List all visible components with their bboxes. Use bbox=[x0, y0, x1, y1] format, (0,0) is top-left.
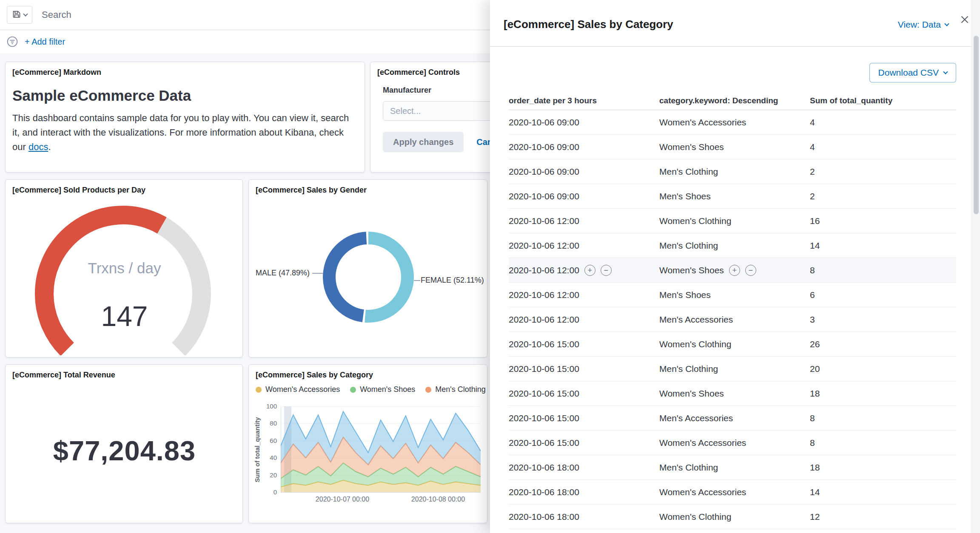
table-cell: 18 bbox=[810, 462, 956, 473]
table-cell: Men's Clothing bbox=[659, 241, 810, 251]
table-row[interactable]: 2020-10-06 15:00Men's Clothing20 bbox=[509, 357, 956, 381]
download-csv-button[interactable]: Download CSV bbox=[869, 63, 956, 82]
x-tick-label: 2020-10-07 00:00 bbox=[304, 496, 381, 503]
table-cell: Men's Accessories bbox=[659, 315, 810, 325]
markdown-text-end: . bbox=[48, 142, 51, 152]
cell-value: Men's Accessories bbox=[659, 315, 733, 325]
table-cell: 2020-10-06 15:00 bbox=[509, 413, 659, 423]
table-row[interactable]: 2020-10-06 12:00Men's Shoes6 bbox=[509, 283, 956, 307]
table-cell: 20 bbox=[810, 364, 956, 374]
panel-title: [eCommerce] Total Revenue bbox=[6, 365, 242, 380]
y-tick-label: 0 bbox=[249, 488, 277, 496]
table-cell: Women's Shoes bbox=[659, 388, 810, 399]
table-row[interactable]: 2020-10-06 12:00+−Women's Shoes+−8 bbox=[509, 258, 956, 283]
table-cell: Women's Accessories bbox=[659, 117, 810, 128]
table-row[interactable]: 2020-10-06 12:00Men's Accessories3 bbox=[509, 307, 956, 332]
table-row[interactable]: 2020-10-06 18:00Women's Accessories14 bbox=[509, 480, 956, 505]
table-row[interactable]: 2020-10-06 15:00Women's Shoes18 bbox=[509, 381, 956, 406]
table-row[interactable]: 2020-10-06 15:00Men's Accessories8 bbox=[509, 406, 956, 431]
table-row[interactable]: 2020-10-06 15:00Women's Clothing26 bbox=[509, 332, 956, 357]
table-cell: 2020-10-06 15:00 bbox=[509, 364, 659, 374]
docs-link[interactable]: docs bbox=[28, 142, 48, 152]
apply-changes-button[interactable]: Apply changes bbox=[383, 132, 464, 152]
cell-value: 12 bbox=[810, 512, 820, 522]
markdown-heading: Sample eCommerce Data bbox=[12, 87, 358, 104]
table-row[interactable]: 2020-10-06 12:00Men's Clothing14 bbox=[509, 233, 956, 258]
table-cell: Men's Clothing bbox=[659, 364, 810, 374]
table-cell: 3 bbox=[810, 315, 956, 325]
legend-dot-icon bbox=[425, 387, 431, 393]
legend-item[interactable]: Women's Shoes bbox=[350, 385, 415, 394]
cell-value: Women's Shoes bbox=[659, 388, 724, 399]
table-cell: Women's Shoes+− bbox=[659, 265, 810, 276]
table-cell: 2020-10-06 12:00 bbox=[509, 315, 659, 325]
chevron-down-icon bbox=[944, 21, 949, 26]
table-row[interactable]: 2020-10-06 09:00Women's Accessories4 bbox=[509, 110, 956, 135]
legend-dot-icon bbox=[350, 387, 356, 393]
table-row[interactable]: 2020-10-06 09:00Men's Shoes2 bbox=[509, 184, 956, 209]
filter-for-value-icon[interactable]: + bbox=[584, 265, 595, 276]
cell-value: 2020-10-06 12:00 bbox=[509, 216, 579, 226]
table-cell: 14 bbox=[810, 241, 956, 251]
legend-item[interactable]: Men's Clothing bbox=[425, 385, 486, 394]
table-cell: 14 bbox=[810, 487, 956, 497]
column-header-category[interactable]: category.keyword: Descending bbox=[659, 96, 810, 105]
table-row[interactable]: 2020-10-06 12:00Women's Clothing16 bbox=[509, 209, 956, 233]
table-cell: 2 bbox=[810, 191, 956, 201]
table-row[interactable]: 2020-10-06 09:00Men's Clothing2 bbox=[509, 159, 956, 184]
close-flyout-button[interactable] bbox=[957, 12, 972, 27]
cell-value: 2020-10-06 18:00 bbox=[509, 462, 579, 473]
legend-label: Women's Shoes bbox=[360, 385, 415, 394]
cell-value: 2020-10-06 09:00 bbox=[509, 191, 579, 201]
data-table-body: 2020-10-06 09:00Women's Accessories42020… bbox=[509, 110, 956, 529]
legend-item[interactable]: Women's Accessories bbox=[256, 385, 340, 394]
table-row[interactable]: 2020-10-06 15:00Women's Accessories8 bbox=[509, 431, 956, 455]
filter-out-value-icon[interactable]: − bbox=[601, 265, 612, 276]
saved-query-button[interactable] bbox=[7, 6, 32, 24]
column-header-quantity[interactable]: Sum of total_quantity bbox=[810, 96, 956, 105]
filter-options-icon[interactable] bbox=[7, 36, 18, 47]
close-icon bbox=[960, 14, 970, 25]
cell-value: Women's Accessories bbox=[659, 438, 746, 448]
column-header-order-date[interactable]: order_date per 3 hours bbox=[509, 96, 659, 105]
markdown-text: This dashboard contains sample data for … bbox=[12, 113, 349, 152]
table-cell: Men's Shoes bbox=[659, 290, 810, 300]
cell-value: 8 bbox=[810, 438, 815, 448]
cell-value: Women's Accessories bbox=[659, 117, 746, 128]
data-table: order_date per 3 hours category.keyword:… bbox=[509, 91, 956, 529]
scrollbar-track[interactable] bbox=[971, 0, 980, 533]
table-row[interactable]: 2020-10-06 18:00Women's Clothing12 bbox=[509, 505, 956, 529]
cell-value: 2020-10-06 12:00 bbox=[509, 290, 579, 300]
add-filter-link[interactable]: + Add filter bbox=[25, 37, 65, 47]
cell-value: Men's Clothing bbox=[659, 364, 718, 374]
chevron-down-icon bbox=[23, 11, 28, 16]
table-cell: 8 bbox=[810, 413, 956, 423]
cell-value: 26 bbox=[810, 339, 820, 349]
cell-value: Women's Shoes bbox=[659, 265, 724, 275]
area-legend: Women's AccessoriesWomen's ShoesMen's Cl… bbox=[256, 385, 486, 394]
search-input[interactable] bbox=[42, 9, 424, 20]
cell-value: 2020-10-06 09:00 bbox=[509, 117, 579, 128]
panel-markdown: [eCommerce] Markdown Sample eCommerce Da… bbox=[5, 62, 365, 173]
filter-out-value-icon[interactable]: − bbox=[745, 265, 756, 276]
view-data-dropdown[interactable]: View: Data bbox=[898, 20, 949, 30]
cell-value: Women's Clothing bbox=[659, 216, 731, 226]
cell-value: 6 bbox=[810, 290, 815, 300]
scrollbar-thumb[interactable] bbox=[974, 36, 979, 214]
cell-value: Men's Clothing bbox=[659, 241, 718, 251]
donut-callout-line bbox=[312, 273, 323, 274]
cell-value: 14 bbox=[810, 487, 820, 497]
cell-value: 3 bbox=[810, 315, 815, 325]
table-cell: 16 bbox=[810, 216, 956, 226]
y-tick-label: 20 bbox=[249, 471, 277, 479]
cell-value: Men's Shoes bbox=[659, 191, 711, 201]
table-row[interactable]: 2020-10-06 09:00Women's Shoes4 bbox=[509, 135, 956, 159]
x-tick-label: 2020-10-08 00:00 bbox=[400, 496, 476, 503]
table-cell: 2020-10-06 09:00 bbox=[509, 191, 659, 201]
table-cell: 2020-10-06 12:00 bbox=[509, 290, 659, 300]
table-cell: 4 bbox=[810, 142, 956, 152]
table-row[interactable]: 2020-10-06 18:00Men's Clothing18 bbox=[509, 455, 956, 480]
table-cell: 2 bbox=[810, 167, 956, 177]
filter-for-value-icon[interactable]: + bbox=[729, 265, 740, 276]
panel-sold-products: [eCommerce] Sold Products per Day Trxns … bbox=[5, 179, 243, 357]
